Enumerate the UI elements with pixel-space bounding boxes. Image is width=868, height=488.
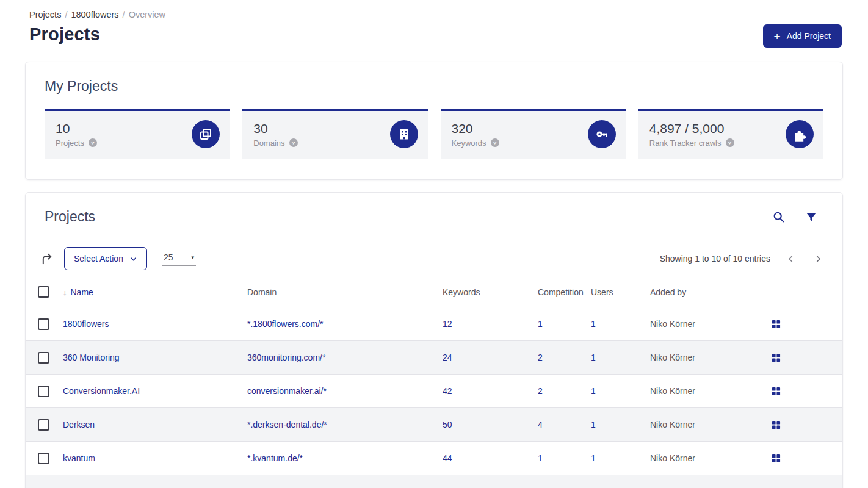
project-users-link[interactable]: 1 <box>591 353 596 362</box>
project-users-link[interactable]: 1 <box>591 386 596 396</box>
next-page-icon[interactable] <box>814 254 823 264</box>
my-projects-title: My Projects <box>45 78 823 95</box>
rank-tracker-icon <box>786 120 814 148</box>
page-size-select[interactable]: 25 ▾ <box>162 251 196 266</box>
table-row: Conversionmaker.AI conversionmaker.ai/* … <box>26 375 842 408</box>
project-keywords-link[interactable]: 42 <box>443 386 452 396</box>
showing-entries-text: Showing 1 to 10 of 10 entries <box>660 254 770 264</box>
breadcrumb-separator: / <box>123 10 125 20</box>
added-by-value: Niko Körner <box>650 442 772 475</box>
project-users-link[interactable]: 1 <box>591 453 596 463</box>
add-project-button[interactable]: + Add Project <box>763 24 842 48</box>
select-action-label: Select Action <box>74 254 123 264</box>
stat-label: Domains <box>253 138 284 148</box>
project-competition-link[interactable]: 1 <box>538 319 543 329</box>
column-header-added-by[interactable]: Added by <box>650 282 772 307</box>
sort-desc-icon: ↓ <box>63 288 67 297</box>
stat-tile-domains: 30 Domains ? <box>242 109 427 159</box>
breadcrumb-separator: / <box>65 10 67 20</box>
project-competition-link[interactable]: 4 <box>538 420 543 429</box>
table-header-row: ↓Name Domain Keywords Competition Users … <box>26 282 842 307</box>
project-keywords-link[interactable]: 44 <box>443 453 452 463</box>
help-icon[interactable]: ? <box>491 138 499 147</box>
stat-tile-projects: 10 Projects ? <box>45 109 230 159</box>
chevron-down-icon <box>129 255 137 263</box>
keywords-icon <box>588 120 616 148</box>
table-row: 1800flowers *.1800flowers.com/* 12 1 1 N… <box>26 307 842 341</box>
help-icon[interactable]: ? <box>289 138 298 147</box>
export-icon[interactable] <box>40 252 54 266</box>
stat-tiles: 10 Projects ? 30 Domains ? <box>45 109 823 159</box>
stat-value: 320 <box>452 121 499 136</box>
search-icon[interactable] <box>772 210 785 223</box>
added-by-value: Niko Körner <box>650 408 772 442</box>
stat-tile-rank-tracker: 4,897 / 5,000 Rank Tracker crawls ? <box>638 109 823 159</box>
project-keywords-link[interactable]: 50 <box>443 420 452 429</box>
dashboard-grid-icon[interactable] <box>772 353 781 362</box>
table-row: Derksen *.derksen-dental.de/* 50 4 1 Nik… <box>26 408 842 442</box>
my-projects-card: My Projects 10 Projects ? 30 Dom <box>25 62 843 180</box>
project-name-link[interactable]: Conversionmaker.AI <box>63 386 140 396</box>
page-title: Projects <box>29 24 868 45</box>
project-name-link[interactable]: Derksen <box>63 420 95 429</box>
project-competition-link[interactable]: 2 <box>538 353 543 362</box>
table-row <box>26 475 842 488</box>
project-domain-link[interactable]: conversionmaker.ai/* <box>247 386 327 396</box>
stat-label: Rank Tracker crawls <box>649 138 722 148</box>
project-name-link[interactable]: 1800flowers <box>63 319 109 329</box>
row-checkbox[interactable] <box>38 419 49 431</box>
project-competition-link[interactable]: 2 <box>538 386 543 396</box>
dashboard-grid-icon[interactable] <box>772 454 781 463</box>
breadcrumb-current: Overview <box>129 10 165 20</box>
projects-card: Projects Select Action <box>25 192 843 488</box>
dashboard-grid-icon[interactable] <box>772 387 781 396</box>
row-checkbox[interactable] <box>38 386 49 397</box>
column-header-keywords[interactable]: Keywords <box>443 282 538 307</box>
project-name-link[interactable]: kvantum <box>63 453 95 463</box>
column-header-users[interactable]: Users <box>591 282 650 307</box>
projects-table: ↓Name Domain Keywords Competition Users … <box>26 282 842 488</box>
stat-value: 10 <box>56 121 97 136</box>
dashboard-grid-icon[interactable] <box>772 320 781 329</box>
breadcrumb: Projects/1800flowers/Overview <box>0 0 868 20</box>
project-users-link[interactable]: 1 <box>591 420 596 429</box>
select-action-dropdown[interactable]: Select Action <box>64 247 147 270</box>
prev-page-icon[interactable] <box>786 254 795 264</box>
plus-icon: + <box>774 30 781 42</box>
projects-card-title: Projects <box>45 209 95 225</box>
added-by-value: Niko Körner <box>650 375 772 408</box>
project-name-link[interactable]: 360 Monitoring <box>63 353 120 362</box>
added-by-value: Niko Körner <box>650 307 772 341</box>
stat-label: Projects <box>56 138 84 148</box>
stat-tile-keywords: 320 Keywords ? <box>441 109 626 159</box>
projects-icon <box>192 120 220 148</box>
project-users-link[interactable]: 1 <box>591 319 596 329</box>
project-domain-link[interactable]: *.kvantum.de/* <box>247 453 303 463</box>
add-project-label: Add Project <box>787 31 831 41</box>
help-icon[interactable]: ? <box>726 138 734 147</box>
filter-icon[interactable] <box>806 212 817 223</box>
stat-value: 4,897 / 5,000 <box>649 121 734 136</box>
stat-value: 30 <box>253 121 297 136</box>
project-domain-link[interactable]: *.1800flowers.com/* <box>247 319 324 329</box>
caret-down-icon: ▾ <box>191 254 194 260</box>
row-checkbox[interactable] <box>38 352 49 364</box>
column-header-competition[interactable]: Competition <box>538 282 591 307</box>
breadcrumb-1800flowers[interactable]: 1800flowers <box>71 10 118 20</box>
breadcrumb-projects[interactable]: Projects <box>29 10 61 20</box>
row-checkbox[interactable] <box>38 453 49 464</box>
table-row: 360 Monitoring 360monitoring.com/* 24 2 … <box>26 341 842 375</box>
select-all-checkbox[interactable] <box>38 286 49 298</box>
project-keywords-link[interactable]: 24 <box>443 353 452 362</box>
help-icon[interactable]: ? <box>89 138 97 147</box>
project-domain-link[interactable]: 360monitoring.com/* <box>247 353 325 362</box>
domains-icon <box>390 120 418 148</box>
project-competition-link[interactable]: 1 <box>538 453 543 463</box>
row-checkbox[interactable] <box>38 318 49 330</box>
dashboard-grid-icon[interactable] <box>772 420 781 429</box>
stat-label: Keywords <box>452 138 486 148</box>
project-keywords-link[interactable]: 12 <box>443 319 452 329</box>
column-header-name[interactable]: ↓Name <box>63 282 247 307</box>
column-header-domain[interactable]: Domain <box>247 282 443 307</box>
project-domain-link[interactable]: *.derksen-dental.de/* <box>247 420 327 429</box>
